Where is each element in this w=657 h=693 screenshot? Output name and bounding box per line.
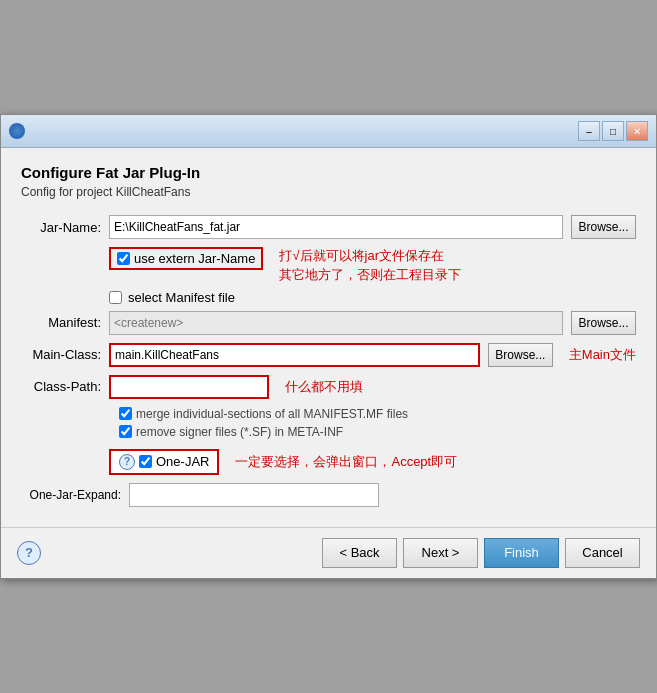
merge-row: merge individual-sections of all MANIFES… bbox=[119, 407, 636, 421]
class-path-input[interactable] bbox=[109, 375, 269, 399]
eclipse-icon bbox=[9, 123, 25, 139]
jar-name-browse-button[interactable]: Browse... bbox=[571, 215, 636, 239]
use-extern-annotation: 打√后就可以将jar文件保存在 其它地方了，否则在工程目录下 bbox=[279, 247, 461, 283]
cancel-button[interactable]: Cancel bbox=[565, 538, 640, 568]
select-manifest-label: select Manifest file bbox=[128, 290, 235, 305]
dialog-window: – □ ✕ Configure Fat Jar Plug-In Config f… bbox=[0, 114, 657, 578]
help-button[interactable]: ? bbox=[17, 541, 41, 565]
dialog-content: Configure Fat Jar Plug-In Config for pro… bbox=[1, 148, 656, 526]
remove-checkbox[interactable] bbox=[119, 425, 132, 438]
back-button[interactable]: < Back bbox=[322, 538, 397, 568]
manifest-row: Manifest: Browse... bbox=[21, 311, 636, 335]
dialog-subtitle: Config for project KillCheatFans bbox=[21, 185, 636, 199]
jar-name-label: Jar-Name: bbox=[21, 220, 101, 235]
merge-label: merge individual-sections of all MANIFES… bbox=[136, 407, 408, 421]
main-class-row: Main-Class: Browse... 主Main文件 bbox=[21, 343, 636, 367]
next-button[interactable]: Next > bbox=[403, 538, 478, 568]
one-jar-expand-input[interactable] bbox=[129, 483, 379, 507]
use-extern-checkbox-group: use extern Jar-Name bbox=[109, 247, 263, 270]
jar-name-row: Jar-Name: Browse... bbox=[21, 215, 636, 239]
maximize-button[interactable]: □ bbox=[602, 121, 624, 141]
one-jar-expand-label: One-Jar-Expand: bbox=[21, 488, 121, 502]
titlebar-left bbox=[9, 123, 25, 139]
dialog-footer: ? < Back Next > Finish Cancel bbox=[1, 527, 656, 578]
select-manifest-row: select Manifest file bbox=[109, 290, 636, 305]
class-path-row: Class-Path: 什么都不用填 bbox=[21, 375, 636, 399]
one-jar-checkbox-group: ? One-JAR bbox=[109, 449, 219, 475]
one-jar-expand-row: One-Jar-Expand: bbox=[21, 483, 636, 507]
dialog-title: Configure Fat Jar Plug-In bbox=[21, 164, 636, 181]
titlebar-buttons: – □ ✕ bbox=[578, 121, 648, 141]
select-manifest-checkbox[interactable] bbox=[109, 291, 122, 304]
manifest-label: Manifest: bbox=[21, 315, 101, 330]
main-class-annotation: 主Main文件 bbox=[569, 346, 636, 364]
use-extern-label: use extern Jar-Name bbox=[134, 251, 255, 266]
main-class-browse-button[interactable]: Browse... bbox=[488, 343, 553, 367]
one-jar-annotation: 一定要选择，会弹出窗口，Accept即可 bbox=[235, 453, 457, 471]
close-button[interactable]: ✕ bbox=[626, 121, 648, 141]
main-class-input[interactable] bbox=[109, 343, 480, 367]
one-jar-label: One-JAR bbox=[156, 454, 209, 469]
merge-checkbox[interactable] bbox=[119, 407, 132, 420]
remove-label: remove signer files (*.SF) in META-INF bbox=[136, 425, 343, 439]
manifest-browse-button[interactable]: Browse... bbox=[571, 311, 636, 335]
class-path-label: Class-Path: bbox=[21, 379, 101, 394]
class-path-annotation: 什么都不用填 bbox=[285, 378, 363, 396]
manifest-input[interactable] bbox=[109, 311, 563, 335]
remove-row: remove signer files (*.SF) in META-INF bbox=[119, 425, 636, 439]
titlebar: – □ ✕ bbox=[1, 115, 656, 148]
one-jar-help-icon[interactable]: ? bbox=[119, 454, 135, 470]
use-extern-checkbox[interactable] bbox=[117, 252, 130, 265]
footer-buttons: < Back Next > Finish Cancel bbox=[322, 538, 640, 568]
main-class-label: Main-Class: bbox=[21, 347, 101, 362]
minimize-button[interactable]: – bbox=[578, 121, 600, 141]
finish-button[interactable]: Finish bbox=[484, 538, 559, 568]
one-jar-checkbox[interactable] bbox=[139, 455, 152, 468]
jar-name-input[interactable] bbox=[109, 215, 563, 239]
